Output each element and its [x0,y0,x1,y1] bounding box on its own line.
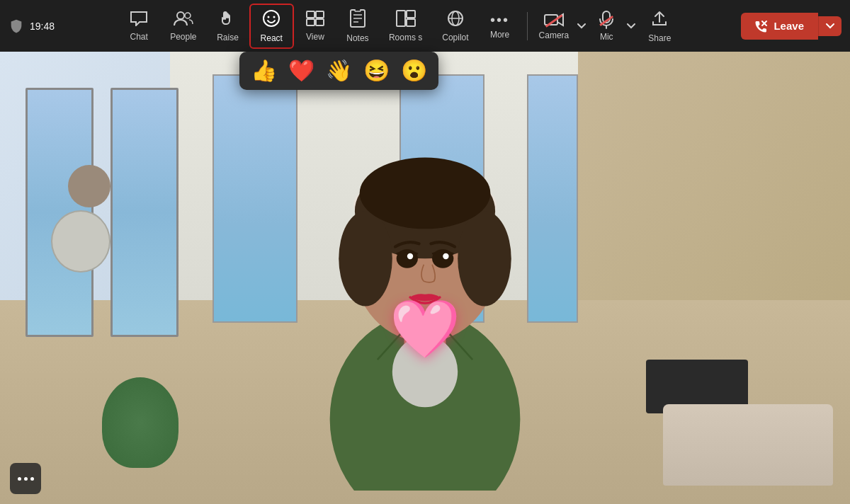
svg-point-2 [264,11,279,26]
react-label: React [261,33,283,43]
camera-icon-wrapper [544,12,564,28]
nav-item-share[interactable]: Share [638,5,681,47]
nav-item-chat[interactable]: Chat [118,6,160,46]
leave-dropdown-button[interactable] [818,16,842,36]
mic-icon-wrapper [599,11,614,29]
video-area: 🩷 [0,52,850,504]
raise-label: Raise [217,33,239,42]
more-options-button[interactable] [10,463,41,494]
nav-item-rooms[interactable]: Rooms s [379,6,432,47]
avatar-svg [191,74,659,491]
wall-deco-circle-2 [51,210,110,273]
emoji-wave[interactable]: 👋 [324,59,353,83]
emoji-thumbsup[interactable]: 👍 [249,59,278,83]
dot-1 [18,477,21,481]
svg-rect-20 [545,15,557,25]
react-popup: 👍 ❤️ 👋 😆 😮 [239,52,438,90]
react-icon [262,9,280,30]
more-icon: ••• [490,13,509,27]
notes-icon [350,9,366,30]
nav-item-raise[interactable]: Raise [207,6,249,47]
mic-label: Mic [600,32,613,42]
svg-point-32 [458,211,511,306]
svg-point-1 [185,13,191,18]
chat-icon [130,11,148,29]
dot-2 [24,477,28,481]
window-left-2 [110,88,178,336]
emoji-wow[interactable]: 😮 [400,59,429,83]
view-label: View [306,32,324,42]
svg-point-27 [392,336,458,407]
view-icon [306,11,324,29]
svg-rect-5 [307,11,314,18]
camera-button[interactable]: Camera [533,8,575,45]
svg-point-4 [273,16,276,18]
chat-label: Chat [130,32,147,42]
shield-icon [8,18,24,34]
svg-rect-13 [355,9,361,11]
raise-icon [220,10,237,30]
chair-green [102,377,178,468]
copilot-icon [446,10,465,30]
wall-deco-circle-1 [68,165,110,207]
camera-label: Camera [539,30,570,40]
emoji-laugh[interactable]: 😆 [362,59,391,83]
mic-dropdown-arrow[interactable] [624,19,638,33]
share-icon [650,9,669,30]
svg-rect-14 [397,11,405,26]
emoji-heart[interactable]: ❤️ [287,59,316,83]
svg-rect-16 [407,19,415,26]
share-label: Share [648,33,671,43]
chevron-down-icon [826,23,834,29]
time-display: 19:48 [30,21,55,32]
camera-dropdown-arrow[interactable] [574,19,589,33]
people-label: People [170,32,196,42]
dots-inner [18,477,34,481]
top-bar: 19:48 Chat People [0,0,850,52]
nav-item-more[interactable]: ••• More [479,8,521,44]
rooms-label: Rooms s [389,33,422,42]
svg-point-3 [268,16,270,18]
svg-point-36 [407,253,413,259]
mic-button[interactable]: Mic [589,6,624,46]
notes-label: Notes [346,33,368,43]
mic-group: Mic [589,6,638,46]
nav-item-copilot[interactable]: Copilot [432,6,478,47]
svg-point-33 [360,158,491,229]
nav-items: Chat People Raise [66,4,732,49]
more-label: More [490,30,509,40]
camera-group: Camera [533,8,589,45]
people-icon [174,11,193,29]
nav-item-notes[interactable]: Notes [336,5,379,47]
dot-3 [30,477,34,481]
time-shield-area: 19:48 [8,18,55,34]
divider [527,12,528,40]
nav-item-people[interactable]: People [160,6,206,46]
phone-icon [755,20,768,33]
svg-rect-6 [316,11,324,18]
svg-rect-8 [316,19,324,25]
avatar-container [191,74,659,491]
leave-section: Leave [741,13,842,40]
video-background: 🩷 [0,52,850,504]
copilot-label: Copilot [442,33,468,42]
nav-item-react[interactable]: React [249,4,294,49]
leave-button[interactable]: Leave [741,13,818,40]
svg-point-37 [443,253,448,259]
nav-item-view[interactable]: View [294,6,336,46]
svg-point-0 [177,12,184,19]
svg-point-31 [339,211,392,306]
sofa-right [663,404,833,486]
svg-rect-7 [307,19,314,25]
svg-rect-21 [603,11,610,23]
rooms-icon [396,10,416,30]
svg-rect-15 [407,11,415,18]
leave-text: Leave [774,20,804,32]
